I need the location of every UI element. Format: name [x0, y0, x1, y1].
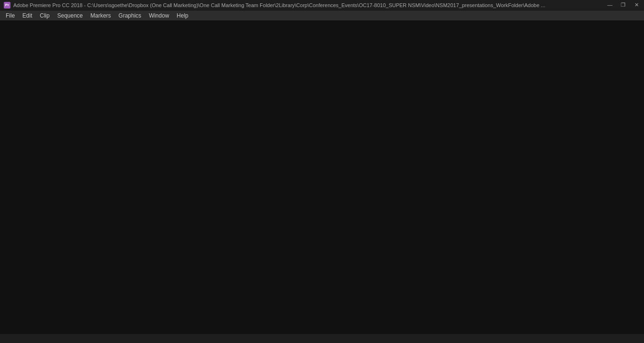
maximize-button[interactable]: ❐	[619, 2, 627, 8]
title-text: Adobe Premiere Pro CC 2018 - C:\Users\sg…	[13, 2, 545, 8]
menu-item-clip[interactable]: Clip	[36, 11, 54, 20]
menu-item-file[interactable]: File	[2, 11, 18, 20]
menu-item-graphics[interactable]: Graphics	[115, 11, 145, 20]
app-icon: Pr	[4, 2, 10, 9]
status-bar	[0, 334, 644, 343]
main-content	[0, 21, 644, 334]
menu-bar: File Edit Clip Sequence Markers Graphics…	[0, 10, 644, 21]
title-bar-left: Pr Adobe Premiere Pro CC 2018 - C:\Users…	[4, 2, 545, 9]
menu-item-window[interactable]: Window	[145, 11, 173, 20]
title-bar: Pr Adobe Premiere Pro CC 2018 - C:\Users…	[0, 0, 644, 10]
close-button[interactable]: ✕	[633, 2, 640, 8]
menu-item-sequence[interactable]: Sequence	[54, 11, 87, 20]
menu-item-edit[interactable]: Edit	[18, 11, 36, 20]
menu-item-help[interactable]: Help	[173, 11, 192, 20]
menu-item-markers[interactable]: Markers	[87, 11, 115, 20]
window-controls: — ❐ ✕	[606, 2, 640, 8]
minimize-button[interactable]: —	[606, 2, 614, 8]
